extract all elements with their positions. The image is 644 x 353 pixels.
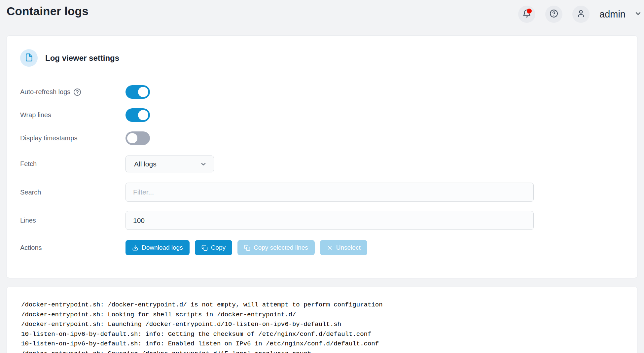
file-icon [25,53,33,63]
help-button[interactable] [545,6,562,23]
lines-input[interactable] [125,211,534,230]
copy-selected-lines-label: Copy selected lines [254,244,308,251]
search-label: Search [20,189,125,196]
display-timestamps-label-text: Display timestamps [20,134,77,142]
copy-selected-lines-button[interactable]: Copy selected lines [237,240,315,255]
user-avatar-button[interactable] [572,6,590,23]
log-output-card: /docker-entrypoint.sh: /docker-entrypoin… [6,287,638,353]
header-actions: admin [518,6,642,23]
toggle-knob [127,133,137,143]
auto-refresh-row: Auto-refresh logs [20,85,624,99]
fetch-selected-value: All logs [134,160,157,168]
search-row: Search [20,183,624,202]
x-icon [327,245,333,251]
search-input[interactable] [125,183,534,202]
fetch-label: Fetch [20,160,125,168]
copy-icon [244,245,250,251]
log-line: /docker-entrypoint.sh: Looking for shell… [21,310,624,320]
copy-button[interactable]: Copy [195,240,232,255]
display-timestamps-row: Display timestamps [20,131,624,145]
auto-refresh-toggle[interactable] [125,85,150,99]
lines-label-text: Lines [20,217,36,224]
auto-refresh-help-icon[interactable] [73,88,81,96]
action-buttons: Download logs Copy Cop [125,240,367,255]
wrap-lines-label-text: Wrap lines [20,111,51,119]
chevron-down-icon [200,160,207,168]
log-viewer-settings-card: Log viewer settings Auto-refresh logs Wr… [6,35,638,278]
fetch-label-text: Fetch [20,160,37,168]
notification-dot [527,9,532,14]
card-title: Log viewer settings [45,53,119,63]
actions-label-text: Actions [20,244,42,252]
log-line: /docker-entrypoint.sh: /docker-entrypoin… [21,300,624,310]
search-label-text: Search [20,189,41,196]
lines-label: Lines [20,217,125,224]
lines-row: Lines [20,211,624,230]
username-label[interactable]: admin [599,9,626,20]
toggle-knob [138,110,148,120]
unselect-label: Unselect [336,244,361,251]
log-line: 10-listen-on-ipv6-by-default.sh: info: G… [21,330,624,339]
download-logs-button[interactable]: Download logs [125,240,190,255]
page-title: Container logs [7,5,89,18]
question-circle-icon [550,9,558,19]
page-header: Container logs [0,0,644,24]
display-timestamps-toggle[interactable] [125,131,150,145]
person-icon [577,9,585,19]
notifications-button[interactable] [518,6,535,23]
download-icon [132,245,138,251]
wrap-lines-toggle[interactable] [125,108,150,122]
log-line: 10-listen-on-ipv6-by-default.sh: info: E… [21,339,624,349]
log-lines: /docker-entrypoint.sh: /docker-entrypoin… [21,300,624,353]
unselect-button[interactable]: Unselect [320,240,367,255]
actions-label: Actions [20,244,125,252]
actions-row: Actions Download logs [20,240,624,255]
wrap-lines-label: Wrap lines [20,111,125,119]
log-line: /docker-entrypoint.sh: Sourcing /docker-… [21,349,624,353]
chevron-down-icon [634,13,642,18]
wrap-lines-row: Wrap lines [20,108,624,122]
display-timestamps-label: Display timestamps [20,134,125,142]
auto-refresh-label-text: Auto-refresh logs [20,88,70,96]
user-menu-toggle[interactable] [634,10,642,19]
copy-label: Copy [211,244,226,251]
fetch-row: Fetch All logs [20,156,624,172]
auto-refresh-label: Auto-refresh logs [20,88,125,96]
download-logs-label: Download logs [142,244,183,251]
copy-icon [201,245,208,251]
log-line: /docker-entrypoint.sh: Launching /docker… [21,320,624,330]
toggle-knob [138,87,148,97]
card-header: Log viewer settings [20,49,624,67]
card-header-icon-circle [20,49,38,67]
fetch-select[interactable]: All logs [125,156,214,172]
